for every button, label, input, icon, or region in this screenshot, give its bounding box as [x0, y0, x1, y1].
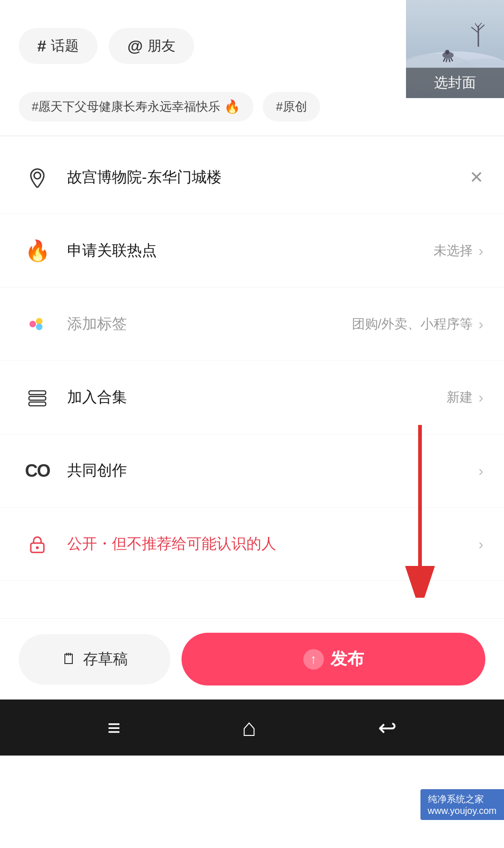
watermark-line1: 纯净系统之家: [428, 793, 497, 806]
cover-label: 选封面: [434, 75, 476, 90]
svg-rect-15: [446, 50, 449, 54]
nav-menu-icon[interactable]: ≡: [107, 715, 120, 741]
nav-back-icon[interactable]: ↩: [378, 714, 397, 741]
co-icon: CO: [21, 454, 54, 488]
cover-image-area[interactable]: 选封面: [406, 0, 504, 98]
hotspot-chevron: ›: [478, 242, 483, 260]
draft-button[interactable]: 🗒 存草稿: [19, 634, 170, 685]
collection-chevron: ›: [478, 389, 483, 406]
cocreate-chevron: ›: [478, 462, 483, 480]
svg-rect-20: [29, 391, 46, 395]
hotspot-label: 申请关联热点: [67, 240, 434, 261]
svg-rect-22: [29, 402, 46, 406]
location-icon: [21, 161, 54, 194]
svg-point-16: [34, 172, 41, 179]
collection-menu-item[interactable]: 加入合集 新建 ›: [0, 361, 504, 434]
publish-label: 发布: [330, 648, 364, 671]
tags-chevron: ›: [478, 316, 483, 333]
lock-icon: [21, 527, 54, 561]
hashtag-text-2: #原创: [276, 99, 307, 115]
location-label: 故宫博物院-东华门城楼: [67, 167, 469, 188]
tags-label: 添加标签: [67, 314, 352, 334]
publish-up-icon: ↑: [303, 649, 324, 670]
spacer: [0, 581, 504, 609]
fire-icon: 🔥: [21, 234, 54, 268]
draft-icon: 🗒: [62, 650, 77, 668]
friend-button[interactable]: @ 朋友: [109, 28, 194, 64]
dots-icon: [21, 307, 54, 341]
hash-symbol: #: [37, 37, 46, 55]
divider-1: [0, 135, 504, 136]
publish-button[interactable]: ↑ 发布: [182, 633, 485, 685]
at-symbol: @: [127, 37, 143, 55]
hotspot-value: 未选择: [434, 242, 473, 260]
hashtag-text-1: #愿天下父母健康长寿永远幸福快乐: [32, 99, 220, 115]
cover-overlay: 选封面: [406, 68, 504, 98]
hashtag-chip-2[interactable]: #原创: [263, 92, 320, 121]
nav-home-icon[interactable]: ⌂: [242, 714, 256, 742]
collection-label: 加入合集: [67, 387, 447, 408]
tags-menu-item[interactable]: 添加标签 团购/外卖、小程序等 ›: [0, 288, 504, 361]
android-nav-bar: ≡ ⌂ ↩: [0, 700, 504, 756]
tags-value: 团购/外卖、小程序等: [352, 315, 473, 333]
watermark: 纯净系统之家 www.youjoy.com: [420, 789, 504, 820]
watermark-line2: www.youjoy.com: [428, 806, 497, 816]
svg-point-19: [36, 324, 42, 330]
friend-label: 朋友: [147, 36, 175, 56]
location-menu-item[interactable]: 故宫博物院-东华门城楼 ✕: [0, 141, 504, 214]
svg-rect-21: [29, 396, 46, 400]
privacy-menu-item[interactable]: 公开・但不推荐给可能认识的人 ›: [0, 508, 504, 581]
fire-emoji-1: 🔥: [224, 99, 240, 114]
draft-label: 存草稿: [83, 649, 128, 670]
cocreate-menu-item[interactable]: CO 共同创作 ›: [0, 434, 504, 508]
bottom-action-bar: 🗒 存草稿 ↑ 发布: [0, 618, 504, 700]
cocreate-label: 共同创作: [67, 460, 478, 481]
location-close-button[interactable]: ✕: [469, 168, 483, 187]
collection-value: 新建: [447, 389, 473, 406]
hashtag-chip-1[interactable]: #愿天下父母健康长寿永远幸福快乐 🔥: [19, 92, 253, 121]
svg-point-24: [36, 546, 39, 549]
topic-label: 话题: [51, 36, 79, 56]
hotspot-menu-item[interactable]: 🔥 申请关联热点 未选择 ›: [0, 214, 504, 288]
stack-icon: [21, 381, 54, 414]
privacy-chevron: ›: [478, 536, 483, 553]
svg-point-18: [36, 318, 42, 325]
privacy-label: 公开・但不推荐给可能认识的人: [67, 534, 478, 554]
topic-button[interactable]: # 话题: [19, 28, 98, 64]
svg-point-17: [29, 321, 36, 327]
